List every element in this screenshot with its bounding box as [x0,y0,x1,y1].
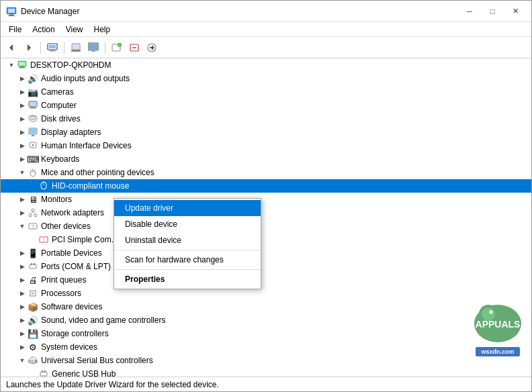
display-label: Display adapters [41,128,101,137]
menu-help[interactable]: Help [89,23,116,36]
svg-rect-11 [73,44,79,49]
device-tree[interactable]: ▼ DESKTOP-QKP0HDM ▶ 🔊 Audio inputs and o… [1,58,531,377]
tree-item-monitors[interactable]: ▶ 🖥 Monitors [1,193,531,206]
tree-item-pci[interactable]: ▶ ! PCI Simple Com... [1,233,531,246]
expand-icon: ▼ [17,221,28,232]
maximize-button[interactable]: □ [482,3,503,20]
ports-icon [28,261,38,272]
ports-label: Ports (COM & LPT) [41,262,111,271]
ctx-update-driver[interactable]: Update driver [114,200,261,216]
audio-label: Audio inputs and outputs [41,74,130,83]
toolbar-remove[interactable] [126,40,142,56]
toolbar-update[interactable] [144,40,160,56]
software-icon: 📦 [28,301,38,312]
svg-rect-56 [34,263,35,265]
keyboards-label: Keyboards [41,154,79,164]
tree-item-print[interactable]: ▶ 🖨 Print queues [1,273,531,287]
hid-label: Human Interface Devices [41,141,132,150]
menu-action[interactable]: Action [27,23,60,36]
expand-icon: ▶ [17,113,28,124]
svg-point-42 [34,171,35,173]
computer-icon [17,60,28,70]
tree-item-mice[interactable]: ▼ Mice and other pointing devices [1,166,531,179]
toolbar-add[interactable]: + [109,40,125,56]
close-button[interactable]: ✕ [504,3,526,20]
svg-text:APPUALS: APPUALS [476,319,521,330]
camera-icon: 📷 [28,87,38,97]
title-bar: Device Manager ─ □ ✕ [1,1,531,22]
expand-icon: ▼ [17,355,28,366]
tree-item-keyboards[interactable]: ▶ ⌨ Keyboards [1,152,531,166]
toolbar-computer[interactable] [44,40,60,56]
expand-icon: ▶ [17,288,28,299]
svg-rect-3 [8,15,15,16]
svg-rect-12 [71,50,81,52]
svg-line-49 [33,211,36,214]
tree-item-root[interactable]: ▼ DESKTOP-QKP0HDM [1,58,531,72]
sound-icon: 🔊 [28,315,38,326]
toolbar-monitor[interactable] [85,40,101,56]
tree-item-sound[interactable]: ▶ 🔊 Sound, video and game controllers [1,313,531,327]
ctx-separator-2 [114,269,261,270]
other-icon: ? [28,221,38,232]
tree-item-cameras[interactable]: ▶ 📷 Cameras [1,85,531,99]
minimize-button[interactable]: ─ [459,3,480,20]
tree-item-software[interactable]: ▶ 📦 Software devices [1,300,531,313]
content-area: ▼ DESKTOP-QKP0HDM ▶ 🔊 Audio inputs and o… [1,58,531,377]
tree-item-hid[interactable]: ▶ Human Interface Devices [1,139,531,152]
tree-item-ports[interactable]: ▶ Ports (COM & LPT) [1,260,531,273]
display-icon [28,127,38,138]
window-title: Device Manager [21,7,459,16]
svg-text:+: + [118,43,121,48]
svg-rect-62 [42,371,43,373]
menu-file[interactable]: File [3,23,27,36]
expand-icon: ▶ [17,140,28,151]
tree-item-disk[interactable]: ▶ Disk drives [1,112,531,126]
svg-marker-5 [28,44,31,51]
svg-rect-30 [30,108,36,109]
other-label: Other devices [41,222,91,231]
tree-item-storage[interactable]: ▶ 💾 Storage controllers [1,327,531,340]
portable-label: Portable Devices [41,248,102,258]
toolbar-sep-1 [40,42,41,54]
mice-label: Mice and other pointing devices [41,168,154,177]
tree-item-network[interactable]: ▶ Network adapters [1,206,531,219]
ctx-disable[interactable]: Disable device [114,216,261,232]
ctx-uninstall[interactable]: Uninstall device [114,232,261,248]
monitors-icon: 🖥 [28,194,38,205]
toolbar-sep-2 [64,42,64,54]
system-icon: ⚙ [28,342,38,352]
tree-item-display[interactable]: ▶ Display adapters [1,126,531,139]
expand-icon: ▼ [17,167,28,178]
toolbar-help[interactable] [68,40,84,56]
svg-text:?: ? [32,224,35,230]
pci-icon: ! [38,234,49,245]
ctx-properties[interactable]: Properties [114,271,261,287]
tree-item-audio[interactable]: ▶ 🔊 Audio inputs and outputs [1,72,531,85]
toolbar: + [1,37,531,58]
disk-label: Disk drives [41,114,81,124]
menu-bar: File Action View Help [1,22,531,37]
tree-item-portable[interactable]: ▶ 📱 Portable Devices [1,246,531,260]
tree-item-processors[interactable]: ▶ Processors [1,287,531,300]
storage-label: Storage controllers [41,329,109,338]
tree-item-usb-hub1[interactable]: ▶ Generic USB Hub [1,367,531,377]
mice-icon [28,167,38,178]
toolbar-back[interactable] [3,40,19,56]
tree-item-other[interactable]: ▼ ? Other devices [1,219,531,233]
expand-icon: ▶ [17,194,28,205]
tree-item-computer[interactable]: ▶ Computer [1,99,531,112]
svg-marker-22 [150,45,154,50]
tree-item-hid-mouse[interactable]: ▶ HID-compliant mouse [1,179,531,193]
network-label: Network adapters [41,208,104,217]
ctx-scan[interactable]: Scan for hardware changes [114,252,261,268]
tree-item-system[interactable]: ▶ ⚙ System devices [1,340,531,354]
usb-label: Universal Serial Bus controllers [41,356,153,365]
toolbar-forward[interactable] [21,40,37,56]
tree-item-usb[interactable]: ▼ USB Universal Serial Bus controllers [1,354,531,367]
svg-rect-28 [30,102,36,106]
svg-rect-7 [49,45,56,48]
menu-view[interactable]: View [60,23,89,36]
expand-icon: ▶ [17,342,28,352]
watermark: APPUALS wsxdn.com [471,295,525,356]
